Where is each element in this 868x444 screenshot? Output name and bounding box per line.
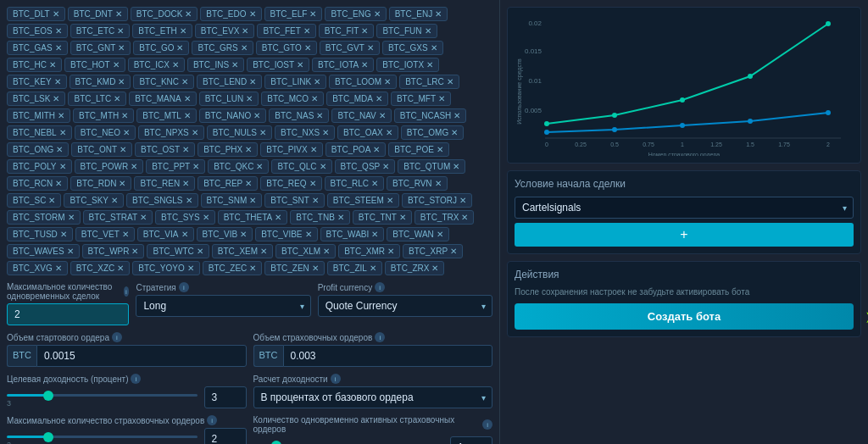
tag-close-icon[interactable]: ✕: [373, 145, 380, 154]
tag-close-icon[interactable]: ✕: [435, 9, 442, 19]
tag-close-icon[interactable]: ✕: [323, 247, 330, 256]
tag-close-icon[interactable]: ✕: [425, 26, 431, 36]
tag-close-icon[interactable]: ✕: [320, 162, 326, 171]
add-condition-button[interactable]: +: [515, 223, 854, 247]
tag-close-icon[interactable]: ✕: [379, 111, 386, 120]
tag-close-icon[interactable]: ✕: [114, 94, 120, 103]
tag-close-icon[interactable]: ✕: [55, 43, 62, 53]
tag-close-icon[interactable]: ✕: [386, 128, 392, 137]
tag-close-icon[interactable]: ✕: [309, 179, 316, 188]
tag-close-icon[interactable]: ✕: [176, 43, 183, 53]
tag-close-icon[interactable]: ✕: [304, 43, 311, 53]
tag-close-icon[interactable]: ✕: [371, 230, 378, 239]
tag-close-icon[interactable]: ✕: [172, 60, 179, 69]
tag-close-icon[interactable]: ✕: [118, 43, 125, 53]
tag-close-icon[interactable]: ✕: [184, 94, 191, 103]
tag-close-icon[interactable]: ✕: [59, 162, 66, 171]
tag-close-icon[interactable]: ✕: [459, 196, 466, 205]
tag-close-icon[interactable]: ✕: [311, 94, 318, 103]
tag-close-icon[interactable]: ✕: [322, 128, 329, 137]
tag-close-icon[interactable]: ✕: [55, 26, 62, 36]
tag-close-icon[interactable]: ✕: [387, 247, 394, 256]
tag-close-icon[interactable]: ✕: [241, 43, 248, 53]
max-deals-info-icon[interactable]: i: [124, 286, 130, 297]
profit-calc-select[interactable]: В процентах от базового ордераВ процента…: [253, 386, 493, 408]
tag-close-icon[interactable]: ✕: [131, 162, 137, 171]
tag-close-icon[interactable]: ✕: [451, 128, 458, 137]
tag-close-icon[interactable]: ✕: [53, 94, 59, 103]
tag-close-icon[interactable]: ✕: [256, 162, 263, 171]
tag-close-icon[interactable]: ✕: [305, 230, 312, 239]
tag-close-icon[interactable]: ✕: [387, 196, 393, 205]
tag-close-icon[interactable]: ✕: [399, 213, 406, 222]
strategy-select[interactable]: LongShort: [136, 295, 310, 317]
tag-close-icon[interactable]: ✕: [60, 230, 67, 239]
tag-close-icon[interactable]: ✕: [119, 179, 125, 188]
tag-close-icon[interactable]: ✕: [68, 213, 75, 222]
tag-close-icon[interactable]: ✕: [240, 230, 247, 239]
strategy-info-icon[interactable]: i: [179, 282, 189, 292]
tag-close-icon[interactable]: ✕: [56, 145, 63, 154]
tag-close-icon[interactable]: ✕: [435, 179, 442, 188]
tag-close-icon[interactable]: ✕: [197, 247, 203, 256]
tag-close-icon[interactable]: ✕: [431, 264, 438, 273]
profit-currency-info-icon[interactable]: i: [375, 282, 385, 292]
tag-close-icon[interactable]: ✕: [53, 9, 59, 19]
tag-close-icon[interactable]: ✕: [123, 128, 130, 137]
tag-close-icon[interactable]: ✕: [249, 264, 256, 273]
tag-close-icon[interactable]: ✕: [316, 111, 323, 120]
tag-close-icon[interactable]: ✕: [140, 213, 147, 222]
tag-close-icon[interactable]: ✕: [453, 111, 460, 120]
tag-close-icon[interactable]: ✕: [115, 9, 122, 19]
tag-close-icon[interactable]: ✕: [371, 179, 378, 188]
tag-close-icon[interactable]: ✕: [337, 213, 344, 222]
tag-close-icon[interactable]: ✕: [67, 247, 74, 256]
tag-close-icon[interactable]: ✕: [48, 196, 55, 205]
tag-close-icon[interactable]: ✕: [249, 196, 256, 205]
tag-close-icon[interactable]: ✕: [426, 60, 433, 69]
tag-close-icon[interactable]: ✕: [117, 264, 124, 273]
tag-close-icon[interactable]: ✕: [310, 145, 317, 154]
tag-close-icon[interactable]: ✕: [309, 9, 316, 19]
tag-close-icon[interactable]: ✕: [431, 43, 437, 53]
tag-close-icon[interactable]: ✕: [297, 60, 303, 69]
tag-close-icon[interactable]: ✕: [249, 9, 256, 19]
tag-close-icon[interactable]: ✕: [122, 230, 129, 239]
tag-close-icon[interactable]: ✕: [437, 230, 443, 239]
target-profit-slider[interactable]: [7, 394, 198, 397]
tag-close-icon[interactable]: ✕: [245, 179, 252, 188]
start-order-info-icon[interactable]: i: [112, 332, 122, 342]
tag-close-icon[interactable]: ✕: [55, 179, 62, 188]
tag-close-icon[interactable]: ✕: [231, 60, 238, 69]
tag-close-icon[interactable]: ✕: [259, 128, 266, 137]
tag-close-icon[interactable]: ✕: [121, 111, 128, 120]
tag-close-icon[interactable]: ✕: [118, 77, 125, 86]
tag-close-icon[interactable]: ✕: [374, 9, 381, 19]
tag-close-icon[interactable]: ✕: [192, 162, 199, 171]
tag-close-icon[interactable]: ✕: [249, 77, 256, 86]
tag-close-icon[interactable]: ✕: [453, 162, 459, 171]
tag-close-icon[interactable]: ✕: [117, 26, 124, 36]
tag-close-icon[interactable]: ✕: [203, 213, 209, 222]
tag-close-icon[interactable]: ✕: [312, 196, 319, 205]
tag-close-icon[interactable]: ✕: [181, 77, 188, 86]
tag-close-icon[interactable]: ✕: [447, 77, 453, 86]
tag-close-icon[interactable]: ✕: [49, 60, 56, 69]
profit-calc-info-icon[interactable]: i: [331, 374, 341, 384]
tag-close-icon[interactable]: ✕: [182, 179, 189, 188]
tag-close-icon[interactable]: ✕: [438, 94, 445, 103]
active-insurance-info-icon[interactable]: i: [482, 419, 492, 430]
target-profit-info-icon[interactable]: i: [131, 374, 141, 384]
tag-close-icon[interactable]: ✕: [461, 213, 468, 222]
tag-close-icon[interactable]: ✕: [370, 264, 376, 273]
tag-close-icon[interactable]: ✕: [437, 145, 443, 154]
tag-close-icon[interactable]: ✕: [260, 247, 267, 256]
create-bot-button[interactable]: Создать бота: [515, 303, 854, 330]
tag-close-icon[interactable]: ✕: [312, 264, 319, 273]
tag-close-icon[interactable]: ✕: [113, 60, 120, 69]
tag-close-icon[interactable]: ✕: [253, 111, 260, 120]
insurance-order-info-icon[interactable]: i: [375, 332, 385, 342]
max-deals-input[interactable]: [7, 303, 129, 325]
tag-close-icon[interactable]: ✕: [182, 145, 189, 154]
tag-close-icon[interactable]: ✕: [54, 77, 61, 86]
